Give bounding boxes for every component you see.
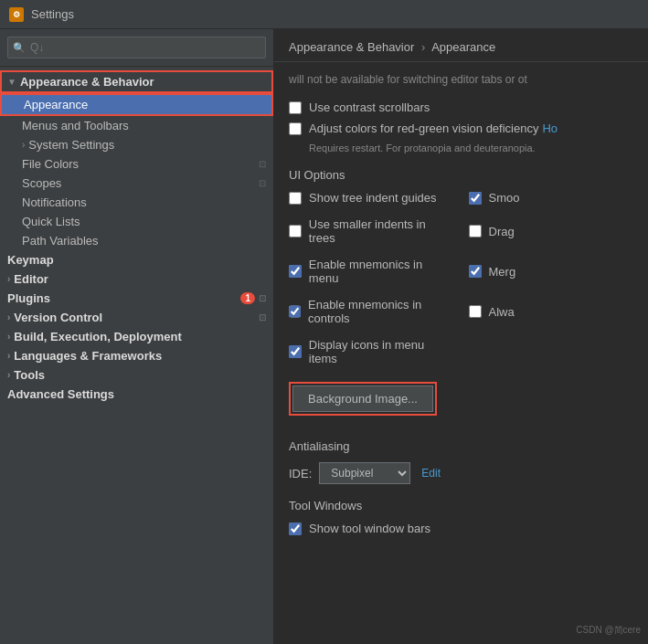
tree-indent-row: Show tree indent guides xyxy=(289,191,454,205)
ide-label: IDE: xyxy=(289,467,312,480)
alwa-row: Alwa xyxy=(469,298,634,325)
red-green-subnote: Requires restart. For protanopia and deu… xyxy=(309,143,633,153)
contrast-scrollbars-checkbox[interactable] xyxy=(289,101,302,114)
merg-label: Merg xyxy=(489,265,516,279)
sidebar-item-path-variables[interactable]: Path Variables xyxy=(0,231,273,250)
expand-arrow-build: › xyxy=(7,332,10,342)
expand-arrow: ▼ xyxy=(7,77,16,87)
show-tool-bars-row: Show tool window bars xyxy=(289,522,633,535)
mnemonics-menu-checkbox[interactable] xyxy=(289,265,302,278)
mnemonics-controls-label: Enable mnemonics in controls xyxy=(308,298,454,325)
ui-options-grid: Show tree indent guides Smoo Use smaller… xyxy=(289,191,633,373)
sidebar-item-languages[interactable]: › Languages & Frameworks xyxy=(0,346,273,365)
sidebar-item-advanced[interactable]: Advanced Settings xyxy=(0,385,273,404)
merg-row: Merg xyxy=(469,258,634,285)
show-tool-bars-label: Show tool window bars xyxy=(309,522,430,535)
smoo-label: Smoo xyxy=(489,191,520,205)
search-icon: 🔍 xyxy=(13,42,26,54)
sidebar-item-system-settings[interactable]: › System Settings xyxy=(0,135,273,154)
antialiasing-section: Antialiasing IDE: Subpixel Edit xyxy=(289,439,633,484)
search-box: 🔍 xyxy=(0,29,273,67)
smoo-checkbox[interactable] xyxy=(469,192,482,205)
sidebar-item-file-colors[interactable]: File Colors ⊡ xyxy=(0,154,273,174)
title-bar: ⚙ Settings xyxy=(0,0,648,29)
breadcrumb: Appearance & Behavior › Appearance xyxy=(274,29,648,62)
settings-tree: ▼ Appearance & Behavior Appearance Menus… xyxy=(0,67,273,644)
expand-arrow-lang: › xyxy=(7,351,10,361)
red-green-checkbox[interactable] xyxy=(289,122,302,135)
show-tool-bars-checkbox[interactable] xyxy=(289,523,302,535)
ide-dropdown[interactable]: Subpixel xyxy=(319,462,410,484)
expand-arrow-editor: › xyxy=(7,274,10,284)
expand-arrow-system: › xyxy=(22,140,25,150)
smaller-indents-label: Use smaller indents in trees xyxy=(309,217,454,245)
sidebar-item-appearance[interactable]: Appearance xyxy=(0,93,273,116)
tool-windows-section: Tool Windows Show tool window bars xyxy=(289,499,633,535)
mnemonics-menu-label: Enable mnemonics in menu xyxy=(309,258,454,285)
sidebar-item-scopes[interactable]: Scopes ⊡ xyxy=(0,174,273,193)
bg-image-btn-wrapper: Background Image... xyxy=(289,382,437,416)
watermark: CSDN @简cere xyxy=(576,624,641,637)
contrast-scrollbars-label: Use contrast scrollbars xyxy=(309,100,430,114)
sidebar-item-notifications[interactable]: Notifications xyxy=(0,193,273,212)
antialiasing-header: Antialiasing xyxy=(289,439,633,453)
alwa-checkbox[interactable] xyxy=(469,305,482,318)
sidebar-item-plugins[interactable]: Plugins 1 ⊡ xyxy=(0,289,273,308)
drag-row: Drag xyxy=(469,217,634,245)
red-green-link[interactable]: Ho xyxy=(542,121,558,135)
sidebar-item-menus-toolbars[interactable]: Menus and Toolbars xyxy=(0,116,273,135)
mnemonics-controls-row: Enable mnemonics in controls xyxy=(289,298,454,325)
ide-dropdown-row: IDE: Subpixel Edit xyxy=(289,462,633,484)
sidebar-item-quick-lists[interactable]: Quick Lists xyxy=(0,212,273,231)
red-green-row: Adjust colors for red-green vision defic… xyxy=(289,121,633,135)
ext-icon-vc: ⊡ xyxy=(259,312,266,322)
sidebar-item-build[interactable]: › Build, Execution, Deployment xyxy=(0,327,273,346)
content-body: will not be available for switching edit… xyxy=(274,62,648,550)
display-icons-checkbox[interactable] xyxy=(289,345,302,358)
drag-checkbox[interactable] xyxy=(469,225,482,238)
mnemonics-controls-checkbox[interactable] xyxy=(289,305,301,318)
smaller-indents-checkbox[interactable] xyxy=(289,225,302,238)
red-green-label: Adjust colors for red-green vision defic… xyxy=(309,121,538,135)
ui-options-header: UI Options xyxy=(289,168,633,182)
ext-icon-plugins: ⊡ xyxy=(259,293,266,303)
sidebar-item-editor[interactable]: › Editor xyxy=(0,269,273,289)
content-panel: Appearance & Behavior › Appearance will … xyxy=(274,29,648,644)
tree-indent-label: Show tree indent guides xyxy=(309,191,436,205)
display-icons-row: Display icons in menu items xyxy=(289,338,454,365)
smoo-row: Smoo xyxy=(469,191,634,205)
expand-arrow-vc: › xyxy=(7,312,10,322)
background-image-button[interactable]: Background Image... xyxy=(292,385,433,412)
plugins-badge: 1 xyxy=(240,292,255,304)
ext-icon-scopes: ⊡ xyxy=(259,178,266,188)
drag-label: Drag xyxy=(489,225,515,238)
smaller-indents-row: Use smaller indents in trees xyxy=(289,217,454,245)
tool-windows-header: Tool Windows xyxy=(289,499,633,512)
sidebar-item-tools[interactable]: › Tools xyxy=(0,365,273,385)
title-bar-text: Settings xyxy=(31,7,74,21)
app-icon: ⚙ xyxy=(9,7,24,22)
contrast-scrollbars-row: Use contrast scrollbars xyxy=(289,100,633,114)
sidebar: 🔍 ▼ Appearance & Behavior Appearance Men… xyxy=(0,29,274,644)
expand-arrow-tools: › xyxy=(7,370,10,380)
search-wrapper: 🔍 xyxy=(7,37,266,58)
sidebar-item-keymap[interactable]: Keymap xyxy=(0,250,273,269)
search-input[interactable] xyxy=(7,37,266,58)
alwa-label: Alwa xyxy=(489,305,515,319)
main-layout: 🔍 ▼ Appearance & Behavior Appearance Men… xyxy=(0,29,648,644)
mnemonics-menu-row: Enable mnemonics in menu xyxy=(289,258,454,285)
display-icons-label: Display icons in menu items xyxy=(309,338,454,365)
merg-checkbox[interactable] xyxy=(469,265,482,278)
antialiasing-edit-link[interactable]: Edit xyxy=(421,467,441,480)
sidebar-item-appearance-behavior[interactable]: ▼ Appearance & Behavior xyxy=(0,70,273,93)
top-note: will not be available for switching edit… xyxy=(289,69,633,90)
ext-icon-file-colors: ⊡ xyxy=(259,159,266,169)
tree-indent-checkbox[interactable] xyxy=(289,192,302,205)
sidebar-item-version-control[interactable]: › Version Control ⊡ xyxy=(0,308,273,327)
